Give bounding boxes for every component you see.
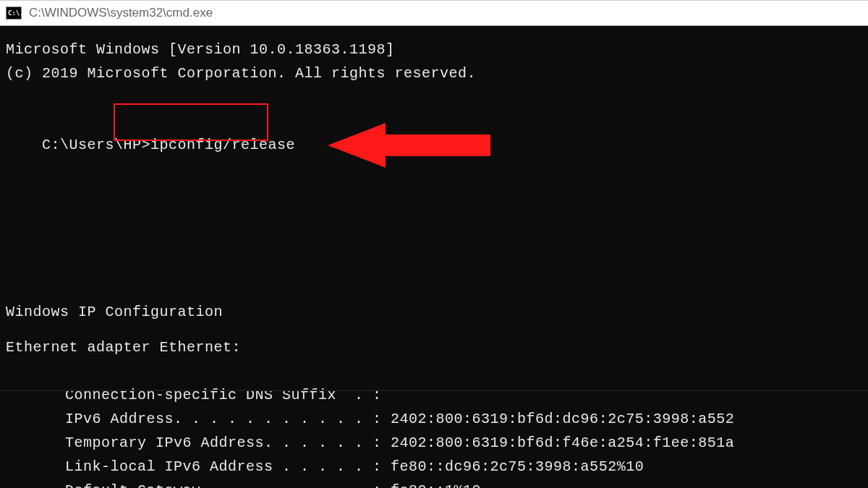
prompt-path: C:\Users\HP> [42,137,150,153]
blank-line [6,359,862,383]
field-value: fe80::dc96:2c75:3998:a552%10 [382,458,644,475]
field-value: 2402:800:6319:bf6d:dc96:2c75:3998:a552 [382,411,735,427]
cmd-icon: C:\. [6,7,22,20]
ip-config-title: Windows IP Configuration [6,300,862,324]
arrow-left-icon [273,96,494,202]
temp-ipv6-line: Temporary IPv6 Address. . . . . . : 2402… [65,431,862,455]
field-label: IPv6 Address. . . . . . . . . . . : [65,411,382,427]
title-bar[interactable]: C:\. C:\WINDOWS\system32\cmd.exe [0,0,868,26]
default-gateway-line: Default Gateway . . . . . . . . . : fe80… [65,479,862,488]
version-line: Microsoft Windows [Version 10.0.18363.11… [6,38,862,61]
terminal-output[interactable]: Microsoft Windows [Version 10.0.18363.11… [0,26,868,488]
blank-line [6,85,862,109]
separator-line [0,390,868,391]
field-label: Link-local IPv6 Address . . . . . : [65,458,382,475]
prompt-line[interactable]: C:\Users\HP>ipconfig/release [6,109,862,276]
ipv6-address-line: IPv6 Address. . . . . . . . . . . : 2402… [65,407,862,431]
window-title: C:\WINDOWS\system32\cmd.exe [29,6,213,20]
field-value: 2402:800:6319:bf6d:f46e:a254:f1ee:851a [382,435,735,451]
field-value: fe80::1%10 [382,482,482,488]
field-label: Temporary IPv6 Address. . . . . . : [65,435,382,451]
highlight-box [114,103,268,141]
dns-suffix-line: Connection-specific DNS Suffix . : [65,383,862,407]
adapter-fields: Connection-specific DNS Suffix . : IPv6 … [6,383,862,488]
adapter-title: Ethernet adapter Ethernet: [6,335,862,359]
copyright-line: (c) 2019 Microsoft Corporation. All righ… [6,61,862,85]
typed-command: ipconfig/release [150,137,295,153]
blank-line [6,324,862,335]
svg-marker-0 [328,123,490,168]
blank-line [6,276,862,300]
link-local-ipv6-line: Link-local IPv6 Address . . . . . : fe80… [65,455,862,479]
field-label: Default Gateway . . . . . . . . . : [65,482,382,488]
